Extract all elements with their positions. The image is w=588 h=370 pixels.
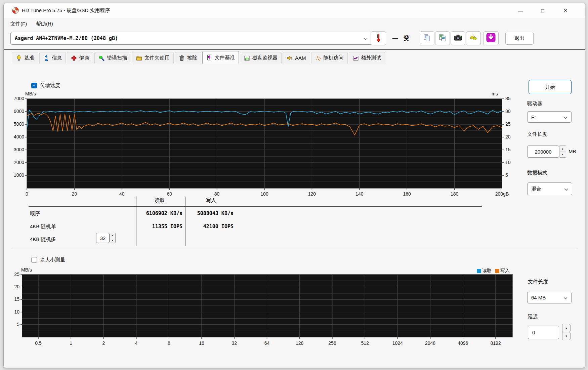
- sequential-write-value: 5088043 KB/s: [190, 210, 234, 216]
- copy-text-icon: [423, 34, 431, 43]
- x-tick-label: 512: [353, 340, 376, 346]
- write-color-swatch: [495, 269, 499, 273]
- data-mode-dropdown[interactable]: 混合: [527, 182, 572, 195]
- delay-label: 延迟: [528, 314, 538, 320]
- delay-input[interactable]: 0: [528, 326, 559, 339]
- chart2-legend: 读取 写入: [477, 268, 510, 274]
- x-tick-label: 0: [15, 191, 38, 197]
- copy-image-button[interactable]: [435, 31, 450, 45]
- menu-help[interactable]: 帮助(H): [33, 20, 56, 28]
- table-header-divider: [29, 206, 482, 207]
- minimize-button[interactable]: —: [512, 3, 529, 18]
- window-title: HD Tune Pro 5.75 - 硬盘/SSD 实用程序: [22, 7, 110, 14]
- tab-random-access[interactable]: 随机访问: [311, 52, 348, 64]
- file-length-label: 文件长度: [527, 131, 547, 137]
- y-tick-label: 4000: [6, 134, 24, 139]
- transfer-speed-label: 传输速度: [40, 82, 60, 89]
- y2-tick-label: 35: [505, 96, 517, 101]
- delay-down-button[interactable]: ▼: [562, 332, 571, 340]
- row-label-4kb-multi: 4KB 随机多: [30, 236, 56, 243]
- table-header-read: 读取: [139, 197, 180, 204]
- x-tick-label: 0.5: [27, 340, 50, 346]
- x-tick-label: 120: [300, 191, 323, 197]
- drive-dropdown[interactable]: F:: [527, 111, 572, 123]
- options-button[interactable]: [466, 31, 481, 45]
- x-tick-label: 40: [111, 191, 133, 197]
- block-size-label: 块大小测量: [40, 257, 65, 263]
- data-mode-value: 混合: [531, 186, 541, 192]
- tab-info[interactable]: 信息: [39, 52, 66, 64]
- aam-icon: [287, 55, 293, 61]
- app-window: HD Tune Pro 5.75 - 硬盘/SSD 实用程序 — □ ✕ 文件(…: [3, 3, 585, 368]
- tab-health[interactable]: 健康: [67, 52, 93, 64]
- stepper-down-icon[interactable]: ▼: [559, 152, 566, 158]
- delay-up-button[interactable]: ▲: [562, 324, 571, 332]
- row-label-4kb-single: 4KB 随机单: [30, 223, 56, 230]
- queue-depth-input[interactable]: 32: [96, 233, 110, 243]
- exit-button[interactable]: 退出: [505, 32, 534, 45]
- x-tick-label: 4: [125, 340, 148, 346]
- folder-usage-icon: [136, 55, 142, 61]
- checkbox-unchecked-icon: [31, 257, 37, 263]
- legend-read: 读取: [477, 268, 492, 274]
- y2-tick-label: 20: [505, 134, 517, 139]
- file-length-stepper[interactable]: ▲▼: [559, 146, 566, 158]
- file-benchmark-icon: [206, 54, 212, 60]
- chart1-y-axis-title: MB/s: [25, 91, 36, 96]
- x-tick-label: 200gB: [491, 191, 513, 197]
- transfer-speed-chart: 7000600050004000300020001000353025201510…: [27, 98, 502, 189]
- row-label-sequential: 顺序: [30, 210, 40, 217]
- random-access-icon: [315, 55, 321, 61]
- copy-text-button[interactable]: [420, 31, 434, 45]
- tab-benchmark[interactable]: 基准: [12, 52, 38, 64]
- start-button[interactable]: 开始: [529, 80, 572, 94]
- tab-disk-monitor[interactable]: 磁盘监视器: [240, 52, 282, 64]
- maximize-button[interactable]: □: [534, 3, 551, 18]
- block-size-checkbox[interactable]: 块大小测量: [31, 257, 65, 263]
- tab-extra-tests[interactable]: 额外测试: [349, 52, 385, 64]
- x-tick-label: 1024: [386, 340, 409, 346]
- stepper-up-icon[interactable]: ▲: [110, 233, 115, 238]
- tab-erase[interactable]: 擦除: [175, 52, 201, 64]
- transfer-speed-checkbox[interactable]: 传输速度: [31, 82, 60, 89]
- queue-depth-stepper[interactable]: ▲▼: [110, 233, 116, 243]
- chevron-down-icon: [564, 186, 568, 192]
- temperature-button[interactable]: [371, 31, 386, 45]
- tab-folder-usage[interactable]: 文件夹使用: [132, 52, 174, 64]
- block-file-length-dropdown[interactable]: 64 MB: [527, 292, 572, 303]
- x-tick-label: 64: [256, 340, 279, 346]
- file-length-unit: MB: [569, 149, 576, 154]
- save-results-button[interactable]: [483, 31, 499, 45]
- chart2-y-axis-title: MB/s: [21, 267, 32, 273]
- temperature-readout: — 癹: [387, 32, 417, 44]
- tab-aam[interactable]: AAM: [283, 52, 310, 64]
- y-tick-label: 2000: [6, 160, 24, 165]
- erase-icon: [179, 55, 185, 61]
- section-divider: [12, 249, 577, 249]
- random-single-read-value: 11355 IOPS: [139, 223, 182, 230]
- tab-strip: 基准信息健康错误扫描文件夹使用擦除文件基准磁盘监视器AAM随机访问额外测试: [12, 51, 385, 64]
- file-length-input[interactable]: 200000: [527, 146, 559, 158]
- stepper-up-icon[interactable]: ▲: [559, 146, 566, 152]
- x-tick-label: 4096: [452, 340, 474, 346]
- tab-error-scan[interactable]: 错误扫描: [94, 52, 131, 64]
- thermometer-icon: [375, 33, 382, 43]
- stepper-down-icon[interactable]: ▼: [110, 238, 115, 243]
- y-tick-label: 6000: [6, 109, 24, 114]
- y-tick-label: 5000: [6, 121, 24, 127]
- menu-file[interactable]: 文件(F): [8, 20, 30, 28]
- close-button[interactable]: ✕: [557, 3, 574, 18]
- info-icon: [43, 55, 49, 61]
- download-arrow-icon: [486, 33, 496, 44]
- y2-tick-label: 5: [505, 172, 517, 178]
- drive-selector-value: Asgard AN4+2TNVMe-M.2/80 (2048 gB): [15, 35, 118, 41]
- y2-tick-label: 30: [505, 109, 517, 114]
- tab-file-benchmark[interactable]: 文件基准: [202, 51, 239, 64]
- legend-write: 写入: [495, 268, 510, 274]
- x-tick-label: 8: [158, 340, 180, 346]
- screenshot-button[interactable]: [451, 31, 465, 45]
- chevron-down-icon: [563, 114, 568, 120]
- x-tick-label: 80: [206, 191, 228, 197]
- drive-selector[interactable]: Asgard AN4+2TNVMe-M.2/80 (2048 gB): [10, 32, 372, 45]
- y-tick-label: 25: [9, 272, 19, 277]
